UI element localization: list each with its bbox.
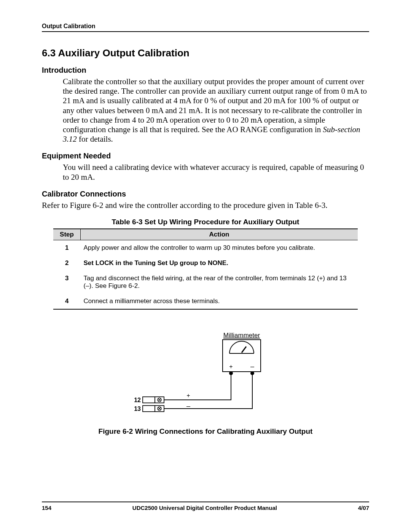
table-row: 1 Apply power and allow the controller t… [53, 240, 358, 256]
meter-plus: + [229, 363, 233, 370]
page-number: 154 [42, 505, 51, 511]
connections-paragraph: Refer to Figure 6-2 and wire the control… [42, 201, 369, 210]
wire-plus-label: + [186, 392, 190, 399]
step-number: 1 [53, 240, 81, 256]
meter-label: Milliammeter [223, 332, 260, 339]
connections-heading: Calibrator Connections [42, 190, 369, 198]
intro-text-b: for details. [77, 134, 113, 144]
footer-date: 4/07 [358, 505, 369, 511]
col-action: Action [81, 229, 358, 240]
meter-minus: – [250, 363, 254, 370]
step-number: 4 [53, 294, 81, 309]
terminal-13-left [143, 406, 155, 412]
introduction-heading: Introduction [42, 66, 369, 75]
footer-title: UDC2500 Universal Digital Controller Pro… [132, 505, 277, 511]
terminal-12-left [143, 397, 155, 403]
header-rule [42, 31, 369, 32]
running-header: Output Calibration [42, 23, 369, 30]
step-number: 3 [53, 271, 81, 294]
footer-rule [42, 502, 369, 502]
col-step: Step [53, 229, 81, 240]
equipment-heading: Equipment Needed [42, 152, 369, 160]
page-footer: 154 UDC2500 Universal Digital Controller… [42, 502, 369, 511]
wire-minus [164, 373, 252, 409]
step-action: Connect a milliammeter across these term… [81, 294, 358, 309]
step-action: Tag and disconnect the field wiring, at … [81, 271, 358, 294]
step-action: Apply power and allow the controller to … [81, 240, 358, 256]
table-row: 4 Connect a milliammeter across these te… [53, 294, 358, 309]
section-heading: 6.3 Auxiliary Output Calibration [42, 47, 369, 59]
table-row: 2 Set LOCK in the Tuning Set Up group to… [53, 256, 358, 271]
equipment-paragraph: You will need a calibrating device with … [42, 163, 369, 182]
table-caption: Table 6-3 Set Up Wiring Procedure for Au… [42, 218, 369, 226]
step-number: 2 [53, 256, 81, 271]
table-row: 3 Tag and disconnect the field wiring, a… [53, 271, 358, 294]
introduction-paragraph: Calibrate the controller so that the aux… [42, 77, 369, 144]
terminal-12-label: 12 [134, 397, 141, 403]
figure-wrap: Milliammeter + – + – 12 [42, 331, 369, 436]
figure-caption: Figure 6-2 Wiring Connections for Calibr… [42, 427, 369, 436]
step-action: Set LOCK in the Tuning Set Up group to N… [81, 256, 358, 271]
procedure-table: Step Action 1 Apply power and allow the … [53, 228, 358, 310]
wiring-diagram: Milliammeter + – + – 12 [124, 331, 287, 422]
intro-text-a: Calibrate the controller so that the aux… [63, 77, 367, 134]
wire-minus-label: – [186, 402, 190, 410]
terminal-13-label: 13 [134, 406, 141, 412]
wire-plus [164, 373, 231, 400]
page: Output Calibration 6.3 Auxiliary Output … [0, 0, 411, 532]
